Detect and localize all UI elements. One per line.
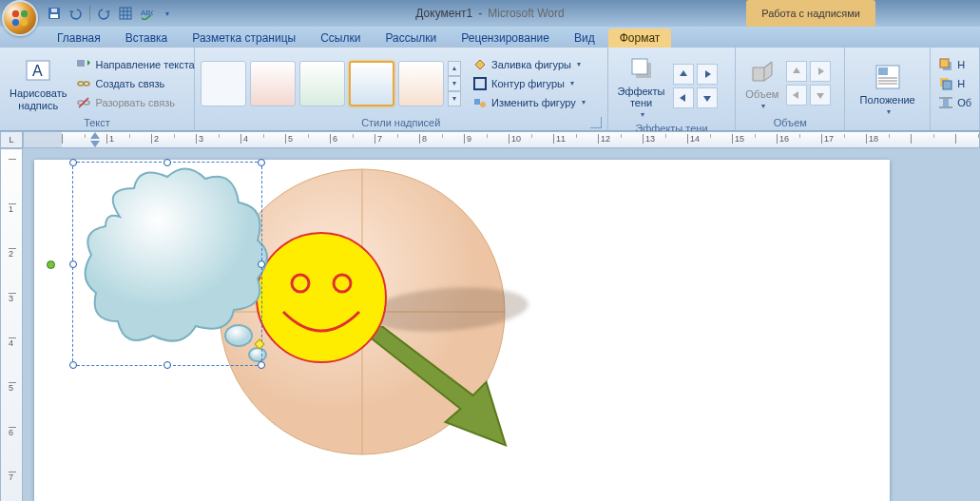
- tilt-up[interactable]: [786, 61, 807, 82]
- indent-marker: [90, 132, 100, 139]
- create-link-button[interactable]: Создать связь: [74, 75, 196, 92]
- horizontal-ruler[interactable]: 123456789101112131415161718: [23, 131, 980, 148]
- app-name: Microsoft Word: [488, 7, 564, 20]
- vertical-ruler[interactable]: 1234567: [0, 148, 23, 501]
- svg-point-3: [21, 19, 28, 26]
- volume-button[interactable]: Объем: [741, 54, 782, 112]
- shape-outline-button[interactable]: Контур фигуры: [471, 75, 587, 92]
- gallery-scroll-down[interactable]: ▾: [448, 76, 461, 91]
- styles-launcher-icon[interactable]: [590, 117, 602, 128]
- tilt-left[interactable]: [786, 85, 807, 106]
- qat-separator: [89, 6, 90, 21]
- group-position-label: [851, 126, 924, 130]
- group-shadow: Эффекты тени Эффекты тени: [608, 48, 737, 130]
- handle-nw[interactable]: [69, 159, 77, 166]
- gallery-more[interactable]: ▾: [448, 91, 461, 106]
- group-position: Положение: [845, 48, 931, 130]
- document-name: Документ1: [415, 7, 472, 20]
- shadow-nudge-left[interactable]: [673, 87, 694, 108]
- handle-e[interactable]: [258, 260, 265, 268]
- style-preset-5[interactable]: [398, 61, 444, 106]
- bring-front-button[interactable]: Н: [936, 56, 973, 73]
- handle-s[interactable]: [163, 361, 171, 369]
- save-icon[interactable]: [46, 5, 63, 22]
- group-styles-label-text: Стили надписей: [361, 117, 440, 128]
- svg-rect-32: [940, 59, 949, 67]
- svg-rect-25: [632, 59, 647, 74]
- unlink-icon: [76, 95, 91, 110]
- draw-textbox-button[interactable]: A Нарисовать надпись: [6, 53, 70, 112]
- tilt-down[interactable]: [810, 85, 831, 106]
- shadow-effects-label: Эффекты тени: [618, 86, 665, 108]
- svg-point-0: [12, 10, 19, 17]
- contextual-tab-title: Работа с надписями: [746, 0, 875, 27]
- wrap-text-button[interactable]: Об: [936, 94, 973, 111]
- tab-page-layout[interactable]: Разметка страницы: [181, 29, 307, 48]
- svg-point-1: [21, 10, 28, 17]
- send-back-icon: [938, 76, 953, 91]
- ruler-row: L 123456789101112131415161718: [0, 131, 980, 148]
- spellcheck-icon[interactable]: ABC: [138, 5, 155, 22]
- ruler-corner[interactable]: L: [0, 131, 23, 148]
- break-link-button[interactable]: Разорвать связь: [74, 94, 196, 111]
- wrap-icon: [938, 95, 953, 110]
- page-area[interactable]: [23, 148, 980, 501]
- position-button[interactable]: Положение: [856, 60, 919, 118]
- ribbon: A Нарисовать надпись llllНаправление тек…: [0, 48, 980, 131]
- svg-text:llll: llll: [77, 59, 85, 68]
- style-preset-2[interactable]: [250, 61, 296, 106]
- style-preset-3[interactable]: [299, 61, 345, 106]
- tab-home[interactable]: Главная: [46, 29, 112, 48]
- handle-se[interactable]: [258, 361, 265, 369]
- change-shape-label: Изменить фигуру: [491, 97, 576, 108]
- style-preset-1[interactable]: [201, 61, 246, 106]
- handle-ne[interactable]: [258, 159, 265, 166]
- gallery-scroll: ▴ ▾ ▾: [448, 61, 461, 106]
- qat-customize-icon[interactable]: ▾: [159, 5, 176, 22]
- group-styles: ▴ ▾ ▾ Заливка фигуры Контур фигуры Измен…: [195, 48, 608, 130]
- tab-references[interactable]: Ссылки: [309, 29, 372, 48]
- shadow-effects-button[interactable]: Эффекты тени: [614, 51, 669, 121]
- handle-sw[interactable]: [69, 361, 77, 369]
- table-icon[interactable]: [117, 5, 134, 22]
- change-shape-button[interactable]: Изменить фигуру: [471, 94, 587, 111]
- group-volume: Объем Объем: [736, 48, 845, 130]
- shadow-nudge-right[interactable]: [697, 64, 718, 85]
- text-direction-button[interactable]: llllНаправление текста: [74, 56, 196, 73]
- svg-rect-5: [50, 14, 58, 18]
- svg-point-2: [12, 19, 19, 26]
- svg-rect-7: [120, 8, 131, 19]
- undo-icon[interactable]: [67, 5, 84, 22]
- redo-icon[interactable]: [96, 5, 113, 22]
- fill-icon: [472, 57, 488, 72]
- tilt-right[interactable]: [810, 61, 831, 82]
- style-preset-4-selected[interactable]: [349, 61, 394, 106]
- handle-w[interactable]: [69, 260, 77, 268]
- shadow-icon: [626, 53, 657, 84]
- office-button[interactable]: [2, 0, 38, 36]
- send-back-button[interactable]: Н: [936, 75, 973, 92]
- tab-review[interactable]: Рецензирование: [450, 29, 561, 48]
- quick-access-toolbar: ABC ▾: [46, 5, 176, 22]
- position-label: Положение: [860, 94, 915, 106]
- svg-point-17: [84, 82, 89, 86]
- group-styles-label: Стили надписей: [201, 115, 602, 130]
- ruler-left-margin: [24, 132, 62, 148]
- shadow-nudge-up[interactable]: [673, 64, 694, 85]
- textbox-icon: A: [23, 55, 53, 86]
- svg-rect-6: [51, 9, 57, 12]
- gallery-scroll-up[interactable]: ▴: [448, 61, 461, 76]
- group-arrange-cutoff: Н Н Об: [931, 48, 980, 130]
- tab-insert[interactable]: Вставка: [114, 29, 180, 48]
- svg-rect-34: [943, 81, 951, 89]
- shape-fill-button[interactable]: Заливка фигуры: [471, 56, 587, 73]
- tab-format[interactable]: Формат: [608, 29, 672, 48]
- svg-line-20: [79, 98, 88, 107]
- tab-view[interactable]: Вид: [563, 29, 606, 48]
- tab-mailings[interactable]: Рассылки: [374, 29, 448, 48]
- shadow-nudge-down[interactable]: [697, 87, 718, 108]
- workspace: L 123456789101112131415161718 1234567: [0, 131, 980, 501]
- text-direction-label: Направление текста: [95, 59, 194, 70]
- handle-n[interactable]: [163, 159, 171, 166]
- rotate-handle[interactable]: [47, 260, 55, 269]
